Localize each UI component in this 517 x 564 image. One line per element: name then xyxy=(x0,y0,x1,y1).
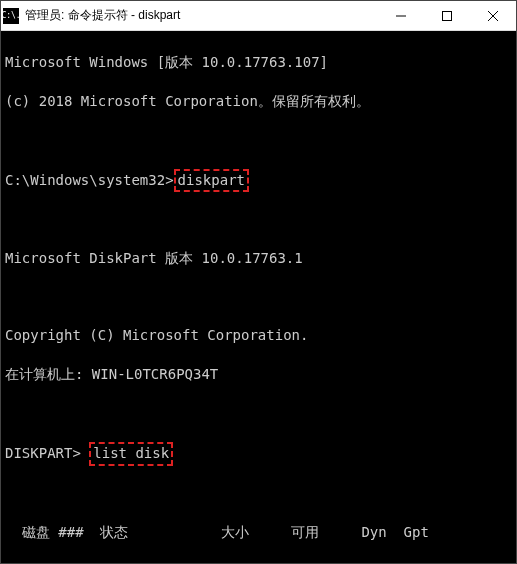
copyright-line: (c) 2018 Microsoft Corporation。保留所有权利。 xyxy=(5,92,512,112)
diskpart-copyright: Copyright (C) Microsoft Corporation. xyxy=(5,326,512,346)
diskpart-version: Microsoft DiskPart 版本 10.0.17763.1 xyxy=(5,249,512,269)
prompt-line: C:\Windows\system32>diskpart xyxy=(5,169,512,193)
title-bar: C:\. 管理员: 命令提示符 - diskpart xyxy=(1,1,516,31)
host-line: 在计算机上: WIN-L0TCR6PQ34T xyxy=(5,365,512,385)
cmd-icon: C:\. xyxy=(3,8,19,24)
svg-rect-1 xyxy=(443,11,452,20)
diskpart-prompt: DISKPART> xyxy=(5,445,81,461)
cmd-diskpart: diskpart xyxy=(174,169,249,193)
close-button[interactable] xyxy=(470,1,516,30)
maximize-button[interactable] xyxy=(424,1,470,30)
prompt-line: DISKPART> list disk xyxy=(5,442,512,466)
minimize-button[interactable] xyxy=(378,1,424,30)
version-line: Microsoft Windows [版本 10.0.17763.107] xyxy=(5,53,512,73)
prompt-path: C:\Windows\system32> xyxy=(5,172,174,188)
window-title: 管理员: 命令提示符 - diskpart xyxy=(25,7,378,24)
window-controls xyxy=(378,1,516,30)
cmd-list-disk: list disk xyxy=(89,442,173,466)
terminal-output[interactable]: Microsoft Windows [版本 10.0.17763.107] (c… xyxy=(1,31,516,564)
table-header: 磁盘 ### 状态 大小 可用 Dyn Gpt xyxy=(5,523,512,543)
